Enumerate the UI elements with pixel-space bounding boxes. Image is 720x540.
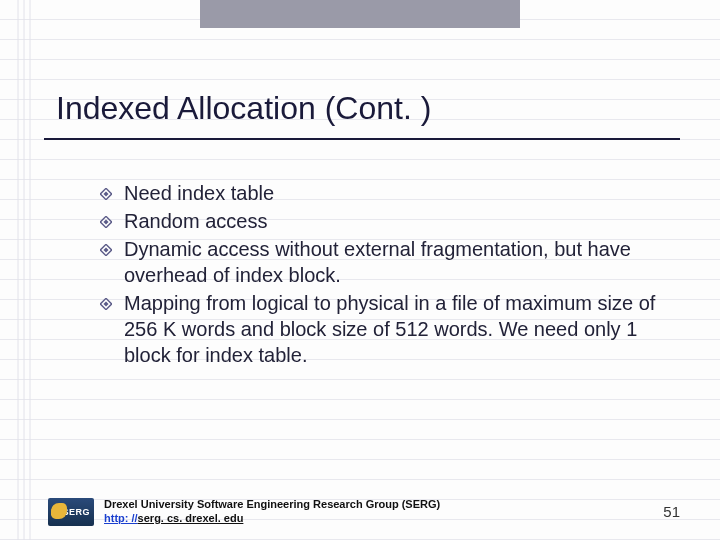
svg-rect-6 (103, 191, 108, 196)
diamond-bullet-icon (100, 296, 118, 314)
page-number: 51 (663, 503, 680, 520)
footer-org: Drexel University Software Engineering R… (104, 498, 440, 510)
title-underline (44, 138, 680, 140)
footer-url-scheme[interactable]: http: // (104, 512, 138, 524)
bullet-text: Mapping from logical to physical in a fi… (124, 290, 660, 368)
footer: SERG Drexel University Software Engineer… (48, 498, 688, 526)
bullet-text: Dynamic access without external fragment… (124, 236, 660, 288)
svg-rect-8 (103, 219, 108, 224)
serg-logo: SERG (48, 498, 94, 526)
svg-rect-12 (103, 301, 108, 306)
list-item: Dynamic access without external fragment… (100, 236, 660, 288)
bullet-list: Need index table Random access Dynamic a… (100, 180, 660, 370)
slide-title: Indexed Allocation (Cont. ) (56, 90, 431, 127)
logo-mark-icon (51, 503, 67, 519)
list-item: Need index table (100, 180, 660, 206)
list-item: Random access (100, 208, 660, 234)
bullet-text: Need index table (124, 180, 274, 206)
bullet-text: Random access (124, 208, 267, 234)
diamond-bullet-icon (100, 186, 118, 204)
diamond-bullet-icon (100, 242, 118, 260)
diamond-bullet-icon (100, 214, 118, 232)
list-item: Mapping from logical to physical in a fi… (100, 290, 660, 368)
svg-rect-10 (103, 247, 108, 252)
header-accent-bar (200, 0, 520, 28)
footer-text: Drexel University Software Engineering R… (104, 498, 440, 526)
footer-url-host[interactable]: serg. cs. drexel. edu (138, 512, 244, 524)
